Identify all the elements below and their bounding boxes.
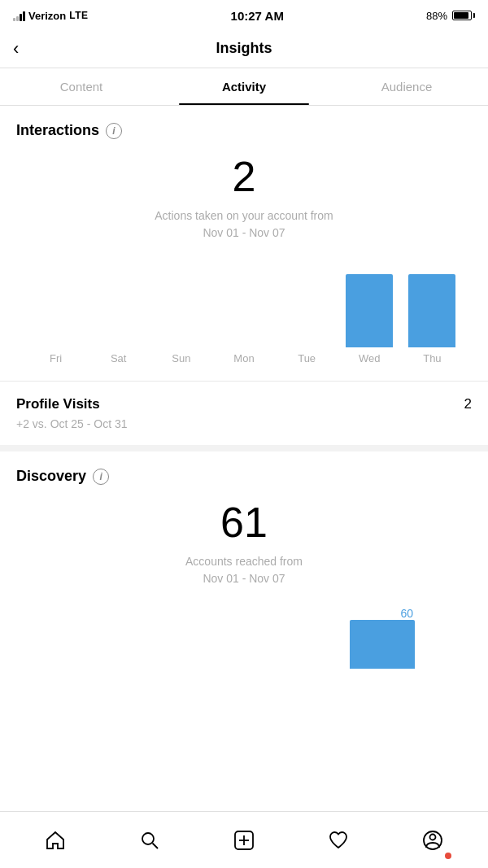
nav-heart[interactable] bbox=[318, 820, 359, 861]
discovery-bar bbox=[350, 620, 415, 669]
chart-label-sat: Sat bbox=[87, 352, 150, 364]
tab-audience[interactable]: Audience bbox=[325, 68, 488, 105]
discovery-bar-label: 60 bbox=[400, 607, 413, 620]
interactions-subtitle: Actions taken on your account fromNov 01… bbox=[16, 207, 472, 242]
profile-visits-label: Profile Visits bbox=[16, 396, 100, 412]
interactions-section: Interactions i 2 Actions taken on your a… bbox=[0, 106, 488, 364]
status-time: 10:27 AM bbox=[231, 9, 284, 23]
chart-day-labels: FriSatSunMonTueWedThu bbox=[24, 352, 464, 364]
interactions-title: Interactions i bbox=[16, 122, 472, 139]
svg-point-0 bbox=[142, 833, 154, 844]
battery-percentage: 88% bbox=[426, 10, 447, 22]
tab-activity[interactable]: Activity bbox=[163, 68, 325, 105]
profile-visits-comparison: +2 vs. Oct 25 - Oct 31 bbox=[0, 417, 488, 445]
chart-label-thu: Thu bbox=[401, 352, 464, 364]
home-icon bbox=[44, 829, 67, 852]
battery-icon bbox=[452, 11, 475, 20]
chart-col-wed bbox=[338, 258, 401, 347]
chart-label-fri: Fri bbox=[24, 352, 87, 364]
nav-add[interactable] bbox=[224, 820, 264, 861]
bar-wed bbox=[346, 274, 393, 347]
profile-visits-row: Profile Visits 2 bbox=[0, 382, 488, 417]
nav-profile[interactable] bbox=[412, 820, 453, 861]
chart-col-thu bbox=[401, 258, 464, 347]
chart-col-mon bbox=[212, 258, 275, 347]
chart-col-fri bbox=[24, 258, 87, 347]
network-type: LTE bbox=[69, 10, 88, 21]
chart-label-mon: Mon bbox=[212, 352, 275, 364]
tab-content[interactable]: Content bbox=[0, 68, 163, 105]
profile-notification-dot bbox=[445, 853, 451, 859]
add-icon bbox=[233, 829, 255, 852]
tabs-bar: Content Activity Audience bbox=[0, 68, 488, 106]
chart-label-sun: Sun bbox=[150, 352, 212, 364]
bottom-nav bbox=[0, 811, 488, 868]
discovery-count: 61 bbox=[16, 498, 472, 547]
chart-col-sun bbox=[150, 258, 212, 347]
svg-line-1 bbox=[153, 843, 159, 848]
chart-bars bbox=[24, 258, 464, 347]
discovery-title: Discovery i bbox=[16, 468, 472, 485]
profile-visits-count: 2 bbox=[464, 396, 472, 412]
heart-icon bbox=[327, 829, 350, 852]
nav-search[interactable] bbox=[129, 820, 170, 861]
section-divider-gray bbox=[0, 445, 488, 451]
page-title: Insights bbox=[216, 40, 272, 57]
chart-col-sat bbox=[87, 258, 150, 347]
discovery-section: Discovery i 61 Accounts reached fromNov … bbox=[0, 451, 488, 669]
status-right: 88% bbox=[426, 10, 475, 22]
chart-label-tue: Tue bbox=[276, 352, 338, 364]
discovery-subtitle: Accounts reached fromNov 01 - Nov 07 bbox=[16, 553, 472, 587]
status-bar: Verizon LTE 10:27 AM 88% bbox=[0, 0, 488, 29]
status-left: Verizon LTE bbox=[13, 10, 89, 22]
back-button[interactable]: ‹ bbox=[13, 38, 19, 59]
interactions-chart: FriSatSunMonTueWedThu bbox=[16, 258, 472, 364]
profile-icon bbox=[421, 829, 444, 852]
carrier-label: Verizon bbox=[28, 10, 66, 22]
svg-point-6 bbox=[430, 834, 436, 840]
bar-thu bbox=[408, 274, 455, 347]
nav-home[interactable] bbox=[35, 820, 76, 861]
chart-label-wed: Wed bbox=[338, 352, 401, 364]
chart-col-tue bbox=[276, 258, 338, 347]
signal-icon bbox=[13, 10, 25, 21]
nav-header: ‹ Insights bbox=[0, 29, 488, 68]
interactions-info-icon[interactable]: i bbox=[106, 123, 122, 139]
discovery-info-icon[interactable]: i bbox=[93, 469, 109, 485]
discovery-chart: 60 bbox=[24, 604, 464, 669]
search-icon bbox=[138, 829, 161, 852]
interactions-count: 2 bbox=[16, 152, 472, 201]
